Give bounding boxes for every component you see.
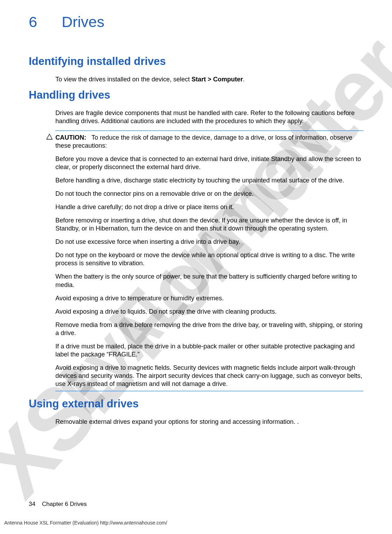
section-handling-title: Handling drives — [29, 89, 363, 101]
caution-first-text: To reduce the risk of damage to the devi… — [55, 134, 352, 149]
text-segment: To view the drives installed on the devi… — [55, 76, 191, 83]
section-external-title: Using external drives — [29, 398, 363, 410]
caution-paragraph: Avoid exposing a drive to liquids. Do no… — [55, 308, 363, 316]
chapter-title: 6Drives — [29, 13, 363, 31]
page-number: 34 — [29, 501, 35, 507]
caution-paragraph: Before removing or inserting a drive, sh… — [55, 216, 363, 233]
chapter-name: Drives — [62, 13, 104, 30]
section-identifying-title: Identifying installed drives — [29, 55, 363, 68]
svg-marker-0 — [47, 134, 52, 139]
section-handling-intro: Drives are fragile device components tha… — [55, 109, 363, 125]
caution-paragraph: Remove media from a drive before removin… — [55, 321, 363, 337]
caution-paragraph: Before you move a device that is connect… — [55, 155, 363, 171]
caution-first-paragraph: CAUTION: To reduce the risk of damage to… — [55, 134, 363, 150]
page-content: 6Drives Identifying installed drives To … — [0, 0, 392, 442]
caution-paragraph: When the battery is the only source of p… — [55, 273, 363, 289]
caution-paragraph: Before handling a drive, discharge stati… — [55, 176, 363, 185]
caution-paragraph: Do not touch the connector pins on a rem… — [55, 190, 363, 198]
caution-paragraph: Avoid exposing a drive to temperature or… — [55, 294, 363, 302]
caution-icon — [46, 134, 53, 141]
caution-paragraph: If a drive must be mailed, place the dri… — [55, 342, 363, 359]
caution-label: CAUTION: — [55, 134, 86, 141]
caution-block: CAUTION: To reduce the risk of damage to… — [55, 131, 363, 391]
chapter-number: 6 — [29, 13, 37, 31]
section-identifying-text: To view the drives installed on the devi… — [55, 75, 363, 84]
text-segment: . — [243, 76, 245, 83]
evaluation-footer: Antenna House XSL Formatter (Evaluation)… — [4, 520, 167, 526]
page-footer: 34 Chapter 6 Drives — [29, 501, 87, 508]
caution-paragraph: Avoid exposing a drive to magnetic field… — [55, 364, 363, 388]
menu-path-bold: Start > Computer — [191, 76, 243, 83]
caution-paragraph: Handle a drive carefully; do not drop a … — [55, 203, 363, 211]
caution-paragraph: Do not use excessive force when insertin… — [55, 238, 363, 246]
footer-label: Chapter 6 Drives — [42, 501, 87, 507]
caution-paragraph: Do not type on the keyboard or move the … — [55, 251, 363, 267]
section-external-text: Removable external drives expand your op… — [55, 418, 363, 426]
